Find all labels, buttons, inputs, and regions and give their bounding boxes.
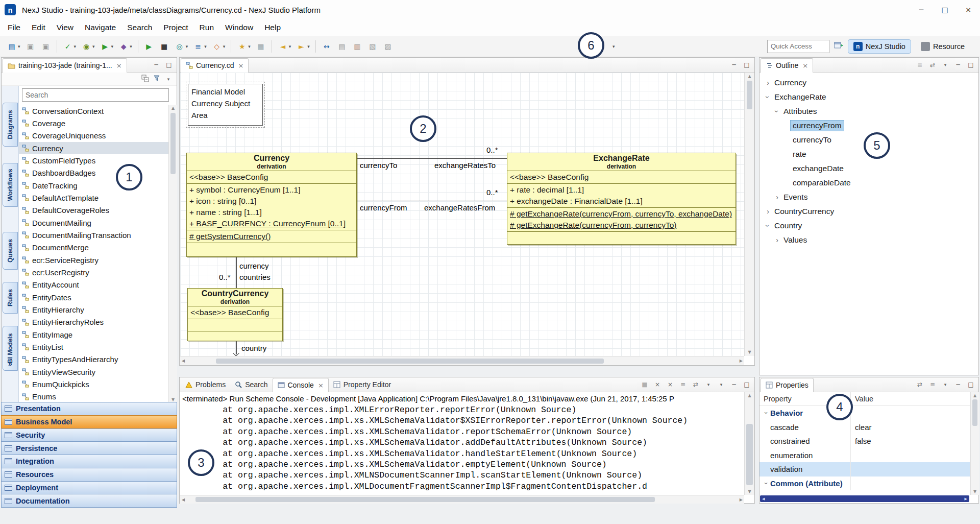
association-line-countries[interactable] <box>236 257 237 288</box>
menu-item[interactable]: File <box>2 20 26 35</box>
tab-problems[interactable]: Problems <box>181 377 230 392</box>
property-value[interactable]: false <box>850 434 970 448</box>
coverage-button[interactable]: ◎ <box>173 40 190 53</box>
tree-expander-icon[interactable] <box>764 79 772 87</box>
explorer-item[interactable]: EntityViewSecurity <box>19 366 168 378</box>
layer-documentation[interactable]: Documentation <box>1 494 177 508</box>
reports-button[interactable]: ≡ <box>191 40 209 53</box>
close-window-button[interactable] <box>957 0 980 19</box>
tree-expander-icon[interactable] <box>764 207 772 216</box>
show-categories-icon[interactable] <box>916 380 924 389</box>
profile-button[interactable]: ◆ <box>116 40 134 53</box>
explorer-item[interactable]: Currency <box>19 142 168 154</box>
display-console-caret[interactable] <box>704 380 713 389</box>
filter-icon[interactable] <box>153 75 160 83</box>
perspective-resource[interactable]: Resource <box>916 40 970 53</box>
link-editor-button[interactable]: ↔ <box>320 40 334 53</box>
side-tab-workflows[interactable]: Workflows <box>3 163 18 207</box>
explorer-item[interactable]: ConversationContext <box>19 105 168 117</box>
grid-button[interactable]: ▦ <box>254 40 268 53</box>
explorer-item[interactable]: EntityAccount <box>19 279 168 291</box>
editor-tab-currency-cd[interactable]: Currency.cd <box>181 58 249 73</box>
explorer-item[interactable]: DocumentMailing <box>19 217 168 229</box>
menu-item[interactable]: View <box>51 20 79 35</box>
explorer-item[interactable]: DocumentMailingTransaction <box>19 229 168 241</box>
run-button[interactable]: ▶ <box>142 40 156 53</box>
scroll-left-arrow[interactable] <box>182 356 185 365</box>
sort-icon[interactable] <box>916 61 924 69</box>
outline-node[interactable]: comparableDate <box>760 176 978 190</box>
outline-node[interactable]: currencyFrom <box>760 118 978 133</box>
association-line-exchange-rates-to[interactable] <box>357 158 507 159</box>
validate-button[interactable]: ✓ <box>61 40 79 53</box>
outline-node[interactable]: Country <box>760 219 978 233</box>
scroll-right-arrow[interactable] <box>740 495 743 504</box>
property-value[interactable] <box>850 462 970 477</box>
properties-horizontal-scrollbar[interactable] <box>760 495 969 502</box>
explorer-tab[interactable]: training-103-jade (training-1... <box>3 58 127 73</box>
property-row[interactable]: Behavior <box>760 406 970 420</box>
explorer-item[interactable]: EntityList <box>19 341 168 353</box>
layer-deployment[interactable]: Deployment <box>1 481 177 495</box>
link-with-editor-icon[interactable] <box>928 61 937 69</box>
scroll-up-arrow[interactable] <box>971 393 979 398</box>
scroll-down-arrow[interactable] <box>745 489 754 494</box>
open-perspective-icon[interactable] <box>834 41 843 51</box>
outline-node[interactable]: ExchangeRate <box>760 90 978 104</box>
side-tab-queues[interactable]: Queues <box>3 232 18 270</box>
class-currency[interactable]: Currency derivation <<base>> BaseConfig … <box>186 153 357 257</box>
property-value[interactable] <box>850 406 970 420</box>
layer-resources[interactable]: Resources <box>1 468 177 482</box>
class-attribute[interactable]: + BASE_CURRENCY : CurrencyEnum [0..1] <box>187 218 356 229</box>
layer-integration[interactable]: Integration <box>1 455 177 468</box>
quick-access-input[interactable] <box>767 40 829 53</box>
scroll-left-arrow[interactable] <box>182 495 185 504</box>
role-label[interactable]: exchangeRatesTo <box>434 161 496 170</box>
role-label[interactable]: currencyFrom <box>360 203 407 212</box>
property-row[interactable]: validation <box>760 462 970 477</box>
outline-node[interactable]: CountryCurrency <box>760 204 978 219</box>
maximize-window-button[interactable] <box>933 0 957 19</box>
class-operation[interactable]: # getExchangeRate(currencyFrom, currency… <box>507 208 736 220</box>
tree-expander-icon[interactable] <box>773 236 781 244</box>
scrollbar-thumb[interactable] <box>746 424 753 485</box>
multiplicity-label[interactable]: 0..* <box>486 146 498 154</box>
run-config-button[interactable]: ▶ <box>98 40 116 53</box>
minimize-window-button[interactable] <box>910 0 933 19</box>
maximize-view-button[interactable] <box>967 61 975 69</box>
layer-security[interactable]: Security <box>1 428 177 442</box>
explorer-item[interactable]: EntityHierarchyRoles <box>19 316 168 328</box>
property-value[interactable]: clear <box>850 420 970 435</box>
view-menu-caret[interactable] <box>941 380 949 389</box>
console-output[interactable]: <terminated> Run Scheme Console - Develo… <box>180 392 745 495</box>
remove-all-launches-button[interactable] <box>666 380 674 389</box>
toolbar-overflow-caret[interactable] <box>612 43 615 50</box>
view-menu-caret[interactable] <box>164 75 173 83</box>
scroll-left-arrow[interactable] <box>762 497 765 501</box>
menu-item[interactable]: Search <box>121 20 158 35</box>
remove-launch-button[interactable] <box>653 380 662 389</box>
class-attribute[interactable]: + rate : decimal [1..1] <box>507 184 736 196</box>
tree-expander-icon[interactable] <box>773 107 781 115</box>
scroll-down-arrow[interactable] <box>169 397 177 402</box>
outline-node[interactable]: Values <box>760 233 978 247</box>
outline-node[interactable]: exchangeDate <box>760 161 978 176</box>
class-attribute[interactable]: + symbol : CurrencyEnum [1..1] <box>187 184 356 196</box>
explorer-item[interactable]: EntityDates <box>19 291 168 303</box>
diagram-note[interactable]: Financial ModelCurrency SubjectArea <box>188 84 263 126</box>
explorer-item[interactable]: CoverageUniqueness <box>19 130 168 142</box>
explorer-item[interactable]: EntityImage <box>19 328 168 341</box>
property-value[interactable] <box>850 477 970 491</box>
scroll-down-arrow[interactable] <box>971 489 979 494</box>
layout-vertical-button[interactable]: ▥ <box>350 40 364 53</box>
tree-expander-icon[interactable] <box>762 409 770 417</box>
explorer-search-input[interactable] <box>22 88 169 102</box>
side-tab-rules[interactable]: Rules <box>3 282 18 314</box>
tree-expander-icon[interactable] <box>764 222 772 230</box>
explorer-item[interactable]: EntityTypesAndHierarchy <box>19 353 168 366</box>
explorer-item[interactable]: CustomFieldTypes <box>19 154 168 166</box>
scroll-up-arrow[interactable] <box>745 393 754 398</box>
clear-console-button[interactable] <box>679 380 687 389</box>
property-row[interactable]: constrained false <box>760 434 970 448</box>
scroll-up-arrow[interactable] <box>169 106 177 110</box>
